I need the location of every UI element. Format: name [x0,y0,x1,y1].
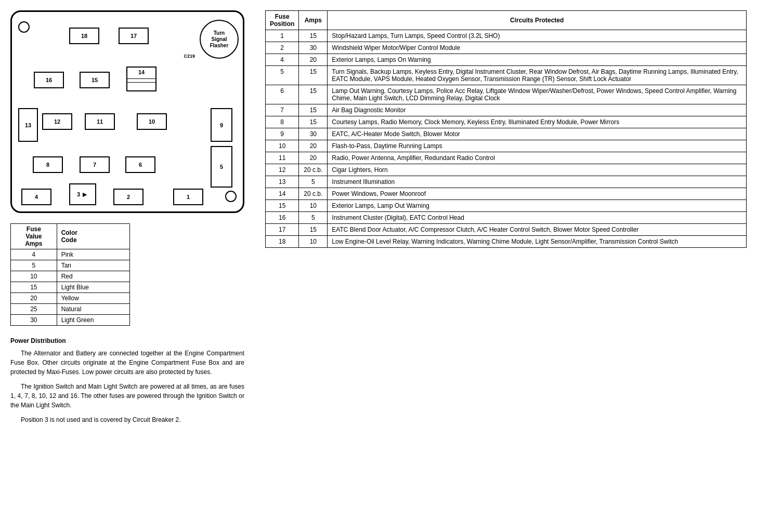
fuse-10: 10 [137,113,167,130]
header-amps: Amps [299,11,328,30]
fuse-circuits-cell: EATC, A/C-Heater Mode Switch, Blower Mot… [328,128,747,140]
fuse-position-cell: 12 [266,164,299,176]
fuse-14: 14 [126,66,156,91]
fuse-circuits-cell: Lamp Out Warning, Courtesy Lamps, Police… [328,85,747,104]
legend-row: 30 Light Green [11,315,130,326]
right-panel: Fuse Position Amps Circuits Protected 1 … [260,5,752,527]
fuse-amps-cell: 10 [299,236,328,248]
fuse-circuits-cell: Courtesy Lamps, Radio Memory, Clock Memo… [328,116,747,128]
fuse-8: 8 [33,156,63,173]
header-circuits: Circuits Protected [328,11,747,30]
fuse-9: 9 [211,108,232,142]
fuse-18: 18 [69,28,99,44]
fuse-amps-cell: 15 [299,224,328,236]
fuse-1: 1 [173,189,203,205]
fuse-position-cell: 14 [266,188,299,200]
fuse-circuits-cell: Air Bag Diagnostic Monitor [328,104,747,116]
table-row: 14 20 c.b. Power Windows, Power Moonroof [266,188,747,200]
c219-label: C219 [184,54,195,59]
table-row: 7 15 Air Bag Diagnostic Monitor [266,104,747,116]
table-row: 9 30 EATC, A/C-Heater Mode Switch, Blowe… [266,128,747,140]
fuse-2: 2 [113,189,143,205]
legend-row: 10 Red [11,271,130,282]
table-row: 2 30 Windshield Wiper Motor/Wiper Contro… [266,42,747,54]
fuse-11: 11 [85,113,115,130]
fuse-3: 3 ► [69,183,96,205]
fuse-amps-cell: 20 [299,152,328,164]
fuse-amps-cell: 20 c.b. [299,164,328,176]
fuse-4: 4 [21,189,51,205]
legend-amps: 30 [11,315,57,326]
table-row: 8 15 Courtesy Lamps, Radio Memory, Clock… [266,116,747,128]
legend-row: 15 Light Blue [11,282,130,293]
fuse-12: 12 [42,113,72,130]
fuse-amps-cell: 10 [299,200,328,212]
power-dist-title: Power Distribution [10,336,244,345]
fuse-amps-cell: 15 [299,30,328,42]
fuse-6: 6 [125,156,155,173]
legend-color: Light Blue [57,282,129,293]
fuse-circuits-cell: Cigar Lighters, Horn [328,164,747,176]
fuse-position-cell: 11 [266,152,299,164]
fuse-circuits-cell: Instrument Cluster (Digital), EATC Contr… [328,212,747,224]
fuse-position-cell: 8 [266,116,299,128]
legend-row: 25 Natural [11,304,130,315]
fuse-16: 16 [34,72,64,88]
table-row: 1 15 Stop/Hazard Lamps, Turn Lamps, Spee… [266,30,747,42]
power-dist-para2: The Ignition Switch and Main Light Switc… [10,382,244,410]
fuse-position-cell: 10 [266,140,299,152]
legend-amps: 25 [11,304,57,315]
fuse-amps-cell: 5 [299,212,328,224]
fuse-circuits-cell: Power Windows, Power Moonroof [328,188,747,200]
fuse-circuits-cell: Low Engine-Oil Level Relay, Warning Indi… [328,236,747,248]
legend-row: 4 Pink [11,249,130,260]
fuse-position-cell: 18 [266,236,299,248]
fuse-5: 5 [211,146,232,188]
fuse-circuits-cell: Exterior Lamps, Lamp Out Warning [328,200,747,212]
table-row: 17 15 EATC Blend Door Actuator, A/C Comp… [266,224,747,236]
table-row: 15 10 Exterior Lamps, Lamp Out Warning [266,200,747,212]
fuse-position-cell: 5 [266,66,299,85]
legend-amps: 5 [11,260,57,271]
fuse-circuits-cell: Turn Signals, Backup Lamps, Keyless Entr… [328,66,747,85]
fuse-amps-cell: 15 [299,116,328,128]
table-row: 5 15 Turn Signals, Backup Lamps, Keyless… [266,66,747,85]
fuse-position-cell: 13 [266,176,299,188]
table-row: 6 15 Lamp Out Warning, Courtesy Lamps, P… [266,85,747,104]
fuse-position-cell: 15 [266,200,299,212]
legend-amps: 10 [11,271,57,282]
power-dist-para3: Position 3 is not used and is covered by… [10,415,244,424]
fuse-circuits-cell: Exterior Lamps, Lamps On Warning [328,54,747,66]
fuse-amps-cell: 30 [299,128,328,140]
table-row: 10 20 Flash-to-Pass, Daytime Running Lam… [266,140,747,152]
legend-amps: 4 [11,249,57,260]
turn-signal-label: TurnSignalFlasher [210,30,229,49]
left-panel: TurnSignalFlasher C219 18 17 16 15 14 13… [5,5,260,527]
fuse-13: 13 [18,108,38,142]
fuse-position-cell: 2 [266,42,299,54]
table-row: 13 5 Instrument Illumination [266,176,747,188]
fuse-circuits-cell: Windshield Wiper Motor/Wiper Control Mod… [328,42,747,54]
fuse-position-cell: 9 [266,128,299,140]
legend-row: 5 Tan [11,260,130,271]
legend-color: Natural [57,304,129,315]
legend-color: Tan [57,260,129,271]
table-row: 18 10 Low Engine-Oil Level Relay, Warnin… [266,236,747,248]
power-distribution: Power Distribution The Alternator and Ba… [10,336,244,424]
fuse-position-cell: 4 [266,54,299,66]
fuse-circuits-cell: Instrument Illumination [328,176,747,188]
fuse-position-cell: 7 [266,104,299,116]
table-row: 12 20 c.b. Cigar Lighters, Horn [266,164,747,176]
fuse-circuits-cell: Flash-to-Pass, Daytime Running Lamps [328,140,747,152]
fuse-amps-cell: 15 [299,104,328,116]
corner-circle-tl [18,21,30,33]
fuse-box-diagram: TurnSignalFlasher C219 18 17 16 15 14 13… [10,10,244,213]
legend-header-amps: Fuse Value Amps [11,224,57,249]
fuse-position-cell: 6 [266,85,299,104]
legend-color: Pink [57,249,129,260]
power-dist-para1: The Alternator and Battery are connected… [10,349,244,377]
fuse-position-cell: 17 [266,224,299,236]
fuse-amps-cell: 15 [299,66,328,85]
legend-row: 20 Yellow [11,293,130,304]
fuse-position-cell: 16 [266,212,299,224]
